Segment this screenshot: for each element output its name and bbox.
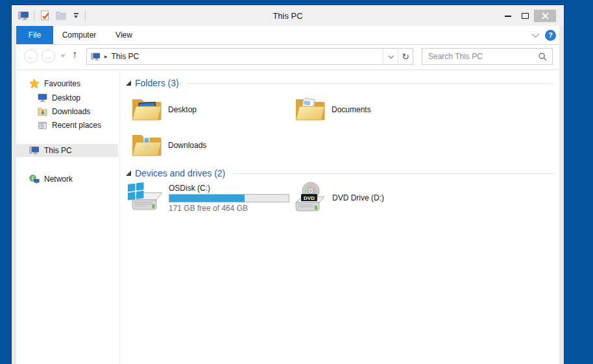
folder-tile-documents[interactable]: Documents	[295, 93, 457, 126]
dvd-drive-icon: DVD	[293, 182, 327, 214]
drive-name: DVD Drive (D:)	[332, 193, 384, 202]
hard-drive-windows-icon	[127, 182, 163, 214]
folder-tile-downloads[interactable]: Downloads	[131, 129, 293, 162]
navigation-bar: ← → ↑ ▸ This PC ↻	[16, 45, 559, 70]
sidebar-item-recent-places[interactable]: Recent places	[16, 119, 118, 132]
sidebar-item-network[interactable]: Network	[16, 173, 118, 186]
group-title[interactable]: Devices and drives (2)	[135, 168, 225, 178]
sidebar-item-desktop[interactable]: Desktop	[16, 91, 118, 104]
new-folder-icon[interactable]	[55, 10, 67, 21]
breadcrumb[interactable]: ▸ This PC	[87, 52, 383, 61]
minimize-button[interactable]	[499, 10, 516, 22]
network-icon	[29, 175, 40, 184]
sidebar-item-favourites[interactable]: Favourites	[16, 77, 118, 90]
drive-name: OSDisk (C:)	[169, 184, 289, 193]
this-pc-icon	[91, 53, 101, 61]
tab-view[interactable]: View	[105, 26, 143, 44]
tab-file[interactable]: File	[16, 26, 53, 44]
forward-button[interactable]: →	[42, 49, 55, 63]
titlebar: This PC	[12, 5, 564, 26]
breadcrumb-arrow-icon[interactable]: ▸	[104, 53, 108, 60]
group-header-drives[interactable]: Devices and drives (2)	[126, 167, 554, 179]
search-icon[interactable]	[539, 53, 547, 61]
customize-toolbar-icon[interactable]	[71, 13, 80, 18]
group-header-folders[interactable]: Folders (3)	[126, 77, 554, 89]
this-pc-icon	[29, 146, 40, 155]
window-controls	[499, 10, 556, 22]
tile-label: Documents	[332, 105, 371, 114]
drive-tile-dvd[interactable]: DVD DVD Drive (D:)	[293, 182, 384, 214]
refresh-icon[interactable]: ↻	[398, 49, 413, 64]
desktop-background: This PC	[0, 0, 593, 364]
explorer-window: This PC	[12, 5, 564, 364]
folder-desktop-icon	[131, 96, 162, 123]
capacity-bar	[169, 194, 289, 202]
items-view: Folders (3) Desktop	[121, 70, 559, 364]
explorer-body: Favourites Desktop Downloads Recent plac…	[16, 70, 559, 364]
this-pc-icon	[18, 10, 29, 21]
toolbar-separator	[34, 10, 34, 21]
toolbar-separator	[85, 10, 86, 21]
search-input[interactable]	[422, 52, 539, 61]
star-icon	[29, 79, 40, 89]
maximize-button[interactable]	[516, 10, 534, 22]
free-space-text: 171 GB free of 464 GB	[169, 204, 289, 213]
folder-tile-desktop[interactable]: Desktop	[131, 93, 293, 126]
folder-downloads-icon	[131, 132, 162, 159]
drive-tile-osdisk[interactable]: OSDisk (C:) 171 GB free of 464 GB	[127, 182, 289, 214]
expand-ribbon-icon[interactable]	[532, 30, 539, 38]
properties-icon[interactable]	[39, 10, 51, 21]
collapse-group-icon[interactable]	[126, 80, 131, 86]
window-frame-left	[12, 26, 16, 364]
navigation-pane: Favourites Desktop Downloads Recent plac…	[16, 70, 120, 364]
help-button[interactable]: ?	[545, 30, 556, 41]
dvd-badge-label: DVD	[304, 195, 315, 201]
recent-places-icon	[38, 121, 47, 130]
back-button[interactable]: ←	[24, 49, 38, 63]
ribbon-tab-bar: File Computer View ?	[16, 26, 559, 45]
recent-locations-icon[interactable]	[60, 55, 66, 58]
tile-label: Desktop	[168, 105, 197, 114]
sidebar-item-downloads[interactable]: Downloads	[16, 105, 118, 118]
monitor-icon	[38, 93, 47, 103]
address-bar[interactable]: ▸ This PC ↻	[86, 48, 413, 65]
sidebar-item-this-pc[interactable]: This PC	[16, 144, 118, 157]
folder-documents-icon	[295, 96, 326, 123]
address-dropdown-icon[interactable]	[383, 49, 398, 64]
window-frame-right	[559, 26, 564, 364]
group-title[interactable]: Folders (3)	[135, 78, 179, 88]
folder-download-icon	[38, 107, 47, 116]
tile-label: Downloads	[168, 141, 206, 150]
tab-computer[interactable]: Computer	[53, 26, 105, 44]
search-box[interactable]	[422, 48, 553, 65]
collapse-group-icon[interactable]	[126, 171, 131, 176]
up-button[interactable]: ↑	[72, 49, 77, 60]
breadcrumb-location[interactable]: This PC	[112, 52, 139, 61]
quick-access-toolbar	[18, 5, 86, 26]
close-button[interactable]	[534, 10, 556, 22]
capacity-bar-fill	[169, 195, 245, 202]
window-title: This PC	[12, 5, 564, 26]
